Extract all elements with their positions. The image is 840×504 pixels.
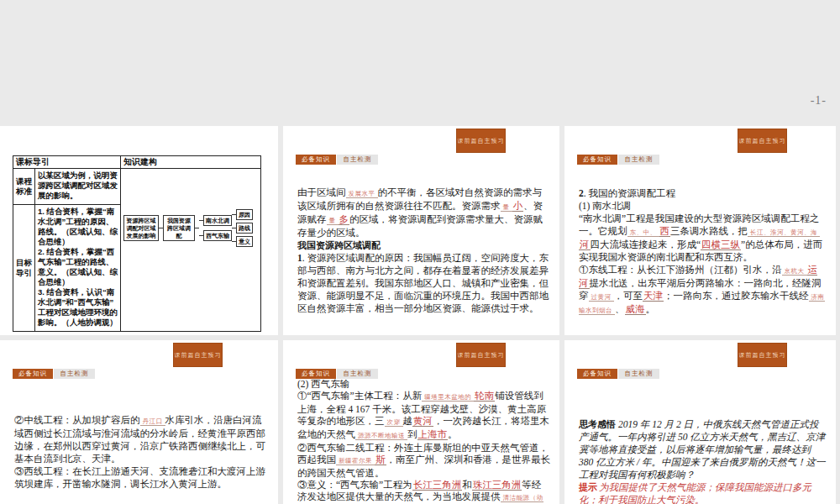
table-row: 课程标准 以某区域为例，说明资源跨区域调配对区域发展的影响。 bbox=[13, 169, 120, 205]
text-segment: 3. 结合资料，认识“南水北调”和“西气东输”工程对区域地理环境的影响。（人地协… bbox=[38, 287, 118, 327]
text-segment: 多 bbox=[339, 214, 350, 225]
diagram-leaf-box: 意义 bbox=[236, 236, 253, 247]
tab-bibei-zhishi[interactable]: 必备知识 bbox=[577, 155, 617, 165]
text-segment: 疆塔里木盆地的 bbox=[422, 393, 474, 402]
text-segment: (1) 南水北调 bbox=[579, 201, 631, 211]
tab-bibei-zhishi[interactable]: 必备知识 bbox=[296, 155, 336, 165]
text-segment: 天津 bbox=[643, 291, 664, 302]
tab-bar: 必备知识 自主检测 bbox=[13, 369, 95, 379]
text-segment: ，可至 bbox=[614, 291, 643, 301]
tab-zizhu-jiance[interactable]: 自主检测 bbox=[618, 369, 659, 379]
diagram-branch-box: 西气东输 bbox=[203, 230, 232, 241]
text-segment: 轮南 bbox=[474, 391, 495, 402]
text-segment: 京杭大 bbox=[782, 267, 807, 276]
slide-card-3[interactable]: 课前篇自主预习 必备知识 自主检测 2. 我国的资源调配工程(1) 南水北调“南… bbox=[564, 126, 836, 335]
slide-card-1[interactable]: 课标导引 知识建构 课程标准 以某区域为例，说明资源跨区域调配对区域发展的影响。… bbox=[0, 126, 278, 335]
paragraph: ②西气东输二线工程：外连土库曼斯坦的中亚天然气管道，西起我国新疆霍尔果斯，南至广… bbox=[297, 442, 550, 479]
row-label-course-standard: 课程标准 bbox=[13, 169, 35, 204]
text-segment: ①东线工程：从长江下游扬州（江都）引水，沿 bbox=[579, 265, 782, 275]
text-segment: 和 bbox=[462, 480, 472, 490]
text-segment: 1. 结合资料，掌握“南水北调”工程的原因、路线。（区域认知、综合思维） bbox=[38, 207, 118, 246]
text-segment: . 我国的资源调配工程 bbox=[584, 188, 675, 198]
text-segment: ②中线工程：从加坝扩容后的 bbox=[14, 415, 140, 425]
diagram-node-box: 我国资源跨区域调配 bbox=[163, 215, 195, 241]
text-segment: 到 bbox=[407, 429, 417, 439]
slide-content: 由于区域间发展水平的不平衡，各区域对自然资源的需求与该区域所拥有的自然资源往往不… bbox=[297, 186, 550, 315]
slide-card-2[interactable]: 课前篇自主预习 必备知识 自主检测 由于区域间发展水平的不平衡，各区域对自然资源… bbox=[283, 126, 559, 335]
paragraph: “南水北调”工程是我国建设的大型资源跨区域调配工程之一。它规划东、中、西三条调水… bbox=[579, 213, 827, 264]
text-segment: 小 bbox=[512, 201, 524, 212]
text-segment: 越 bbox=[403, 416, 413, 426]
tab-bar: 必备知识 自主检测 bbox=[296, 155, 378, 165]
text-segment: 四大流域连接起来，形成“ bbox=[591, 239, 701, 249]
table-body: 课程标准 以某区域为例，说明资源跨区域调配对区域发展的影响。 目标导引 1. 结… bbox=[13, 169, 260, 331]
slide-content: (2) 西气东输①“西气东输”主体工程：从新疆塔里木盆地的轮南铺设管线到上海，全… bbox=[297, 378, 550, 504]
slide-content: 思考感悟 2019 年 12 月 2 日，中俄东线天然气管道正式投产通气。一年内… bbox=[579, 418, 827, 504]
text-segment: 长江、淮河、黄河、海 bbox=[748, 228, 820, 237]
text-segment: 新疆霍尔果 bbox=[336, 457, 375, 465]
text-segment: 2019 年 12 月 2 日，中俄东线天然气管道正式投产通气。一年内将引进 5… bbox=[579, 419, 826, 480]
text-segment: 次穿 bbox=[385, 418, 403, 427]
text-segment: 为我国提供了天然气能源；保障我国能源进口多元化；利于我国防止大气污染。 bbox=[579, 482, 811, 504]
text-segment: 三条调水路线，把 bbox=[670, 226, 748, 236]
paragraph: 提示为我国提供了天然气能源；保障我国能源进口多元化；利于我国防止大气污染。 bbox=[579, 481, 827, 504]
paragraph: 2. 我国的资源调配工程 bbox=[579, 187, 827, 200]
text-segment: 发展水平 bbox=[346, 190, 378, 198]
text-segment: 由于区域间 bbox=[297, 187, 346, 197]
text-segment: 。 bbox=[646, 304, 656, 314]
text-segment: 丹江口 bbox=[140, 417, 165, 426]
text-segment: 思考感悟 bbox=[579, 419, 616, 429]
section-badge: 课前篇自主预习 bbox=[173, 343, 223, 367]
slide-card-4[interactable]: 课前篇自主预习 必备知识 自主检测 ②中线工程：从加坝扩容后的丹江口水库引水，沿… bbox=[0, 340, 278, 504]
page-number: -1- bbox=[811, 94, 827, 108]
diagram-leaf-row: 原因 bbox=[232, 209, 253, 220]
diagram-leaf-row: 路线 bbox=[232, 223, 253, 234]
table-header-row: 课标导引 知识建构 bbox=[13, 156, 260, 169]
text-segment: ①“西气东输”主体工程：从新 bbox=[297, 391, 422, 401]
diagram-leaf-box: 路线 bbox=[236, 223, 253, 234]
section-badge: 课前篇自主预习 bbox=[738, 343, 787, 367]
text-segment: ；一路向东，通过胶东输水干线经 bbox=[664, 291, 809, 301]
text-segment: 量 bbox=[501, 203, 512, 212]
goals-text: 1. 结合资料，掌握“南水北调”工程的原因、路线。（区域认知、综合思维）2. 结… bbox=[35, 205, 120, 331]
section-badge: 课前篇自主预习 bbox=[456, 129, 506, 153]
text-segment: (2) 西气东输 bbox=[297, 379, 349, 389]
paragraph: (1) 南水北调 bbox=[579, 200, 827, 213]
diagram-leaf-row: 意义 bbox=[232, 236, 253, 247]
paragraph: ③意义：“西气东输”工程为长江三角洲和珠江三角洲等经济发达地区提供大量的天然气，… bbox=[297, 479, 550, 504]
row-label-goals: 目标导引 bbox=[13, 205, 35, 331]
text-segment: 提示 bbox=[579, 482, 599, 492]
slide-card-6[interactable]: 课前篇自主预习 必备知识 自主检测 思考感悟 2019 年 12 月 2 日，中… bbox=[564, 340, 836, 504]
text-segment: . 资源跨区域调配的原因：我国幅员辽阔，空间跨度大，东部与西部、南方与北方之间，… bbox=[297, 253, 549, 313]
table-header-kebiao: 课标导引 bbox=[13, 156, 121, 168]
tab-bibei-zhishi[interactable]: 必备知识 bbox=[13, 369, 53, 379]
tab-bibei-zhishi[interactable]: 必备知识 bbox=[577, 369, 617, 379]
diagram-root-box: 资源跨区域调配对区域发展的影响 bbox=[123, 215, 159, 241]
text-segment: 2. 结合资料，掌握“西气东输”工程的路线、意义。（区域认知、综合思维） bbox=[38, 247, 118, 286]
text-segment: 上海市 bbox=[417, 429, 449, 440]
text-segment: 量 bbox=[327, 217, 339, 225]
text-segment: 源源不断地输送 bbox=[355, 432, 407, 440]
paragraph: ①“西气东输”主体工程：从新疆塔里木盆地的轮南铺设管线到上海，全程 4 167 … bbox=[297, 390, 550, 442]
slide-content: ②中线工程：从加坝扩容后的丹江口水库引水，沿唐白河流域西侧过长江流域与淮河流域的… bbox=[14, 414, 269, 491]
knowledge-structure-diagram: 资源跨区域调配对区域发展的影响 我国资源跨区域调配 南水北调 西气东输 bbox=[123, 209, 253, 247]
paragraph: 2. 结合资料，掌握“西气东输”工程的路线、意义。（区域认知、综合思维） bbox=[38, 247, 118, 287]
text-segment: 我国资源跨区域调配 bbox=[297, 240, 381, 250]
text-segment: 斯 bbox=[375, 454, 386, 465]
tab-zizhu-jiance[interactable]: 自主检测 bbox=[337, 155, 378, 165]
text-segment: 河 bbox=[579, 239, 591, 250]
table-header-zhishi: 知识建构 bbox=[121, 156, 260, 168]
diagram-branch-row: 南水北调 bbox=[199, 215, 232, 226]
paragraph: 由于区域间发展水平的不平衡，各区域对自然资源的需求与该区域所拥有的自然资源往往不… bbox=[297, 186, 550, 239]
table-left-columns: 课程标准 以某区域为例，说明资源跨区域调配对区域发展的影响。 目标导引 1. 结… bbox=[13, 169, 121, 331]
text-segment: 珠江三角洲 bbox=[472, 480, 522, 491]
text-segment: 、 bbox=[615, 304, 625, 314]
text-segment: 四横三纵 bbox=[701, 239, 741, 250]
section-badge: 课前篇自主预习 bbox=[456, 343, 506, 367]
text-segment: 过黄河 bbox=[589, 293, 614, 302]
paragraph: ①东线工程：从长江下游扬州（江都）引水，沿京杭大运河提水北送，出东平湖后分两路输… bbox=[579, 264, 827, 317]
tab-zizhu-jiance[interactable]: 自主检测 bbox=[618, 155, 659, 165]
table-row: 目标导引 1. 结合资料，掌握“南水北调”工程的原因、路线。（区域认知、综合思维… bbox=[13, 205, 120, 331]
slide-card-5[interactable]: 课前篇自主预习 必备知识 自主检测 (2) 西气东输①“西气东输”主体工程：从新… bbox=[283, 340, 559, 504]
tab-zizhu-jiance[interactable]: 自主检测 bbox=[54, 369, 95, 379]
